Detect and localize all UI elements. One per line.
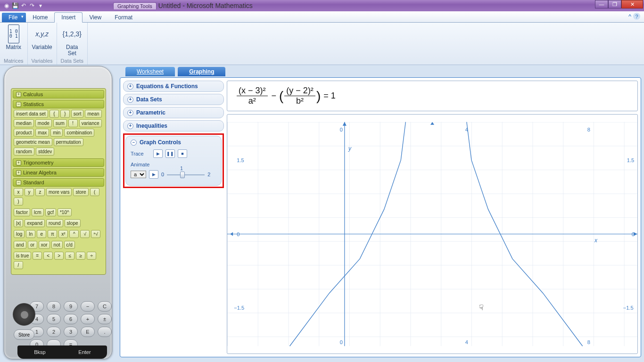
calc-button[interactable]: x [14, 188, 23, 196]
enter-button[interactable]: Enter [62, 346, 107, 359]
acc-inequalities[interactable]: +Inequalities [123, 120, 224, 132]
calc-button[interactable]: z [35, 188, 45, 196]
tab-worksheet[interactable]: Worksheet [125, 67, 175, 76]
calc-button[interactable]: ≥ [76, 252, 85, 260]
direction-pad[interactable] [13, 303, 35, 326]
calc-button[interactable]: lcm [32, 208, 44, 216]
tab-format[interactable]: Format [108, 13, 139, 22]
numpad-button[interactable]: C [98, 301, 112, 312]
calc-button[interactable]: y [25, 188, 34, 196]
tab-home[interactable]: Home [26, 13, 54, 22]
calc-button[interactable]: √ [80, 230, 90, 238]
numpad-button[interactable]: − [81, 301, 95, 312]
numpad-button[interactable]: 6 [64, 314, 78, 324]
animate-play-button[interactable]: ▶ [149, 170, 158, 179]
category-calculus[interactable]: +Calculus [13, 90, 104, 99]
category-trigonometry[interactable]: +Trigonometry [13, 158, 104, 167]
qat-more-icon[interactable]: ▾ [37, 2, 44, 9]
ribbon-collapse-icon[interactable]: ^ [628, 13, 631, 20]
numpad-button[interactable]: 5 [47, 314, 61, 324]
numpad-button[interactable]: E [81, 327, 95, 337]
calc-button[interactable]: factor [14, 208, 30, 216]
calc-button[interactable]: median [14, 119, 34, 127]
acc-equations[interactable]: +Equations & Functions [123, 81, 224, 92]
numpad-button[interactable]: + [81, 314, 95, 324]
calc-button[interactable]: permutation [54, 138, 83, 146]
close-button[interactable]: ✕ [621, 0, 643, 8]
category-linear-algebra[interactable]: +Linear Algebra [13, 168, 104, 177]
numpad-button[interactable]: . [98, 327, 112, 337]
calc-button[interactable]: max [35, 129, 49, 137]
calc-button[interactable]: ^ [69, 230, 79, 238]
animate-slider[interactable]: 1 [167, 172, 205, 177]
numpad-button[interactable]: 2 [47, 327, 61, 337]
contextual-tab-graphing-tools[interactable]: Graphing Tools [113, 2, 157, 9]
animate-variable-select[interactable]: a [131, 171, 146, 178]
calc-button[interactable]: product [14, 129, 34, 137]
calc-button[interactable]: min [50, 129, 63, 137]
graph-canvas[interactable]: 0 4 8 0 4 8 1.5 1.5 0 0 −1.5 −1.5 x y [227, 114, 638, 354]
calc-button[interactable]: store [73, 188, 88, 196]
trace-play-button[interactable]: ▶ [153, 149, 163, 158]
tab-view[interactable]: View [83, 13, 108, 22]
acc-parametric[interactable]: +Parametric [123, 107, 224, 118]
calc-button[interactable]: more vars [46, 188, 72, 196]
calc-button[interactable]: x² [58, 230, 68, 238]
calc-button[interactable]: or [28, 241, 37, 249]
category-statistics[interactable]: −Statistics [13, 100, 104, 108]
calc-button[interactable]: ( [90, 188, 99, 196]
calc-button[interactable]: ln [26, 230, 35, 238]
calc-button[interactable]: |x| [14, 219, 23, 227]
save-icon[interactable]: 💾 [11, 2, 19, 9]
calc-button[interactable]: random [14, 148, 34, 156]
calc-button[interactable]: > [54, 252, 64, 260]
calc-button[interactable]: } [60, 110, 70, 118]
calc-button[interactable]: is true [14, 252, 31, 260]
calc-button[interactable]: π [48, 230, 57, 238]
calc-button[interactable]: ÷ [87, 252, 96, 260]
calc-button[interactable]: < [43, 252, 53, 260]
calc-button[interactable]: gcf [45, 208, 56, 216]
calc-button[interactable]: = [33, 252, 42, 260]
calc-button[interactable]: slope [65, 219, 81, 227]
numpad-button[interactable]: ± [98, 314, 112, 324]
calc-button[interactable]: round [46, 219, 63, 227]
redo-icon[interactable]: ↷ [28, 2, 36, 9]
calc-button[interactable]: xor [39, 241, 50, 249]
variable-button[interactable]: x,y,z Variable [32, 25, 52, 50]
calc-button[interactable]: variance [79, 119, 102, 127]
tab-insert[interactable]: Insert [54, 12, 83, 23]
calc-button[interactable]: *10^ [58, 208, 72, 216]
calc-button[interactable]: sum [53, 119, 67, 127]
calc-button[interactable]: geometric mean [14, 138, 52, 146]
tab-file[interactable]: File [2, 13, 26, 22]
calc-button[interactable]: not [51, 241, 63, 249]
calc-button[interactable]: insert data set [14, 110, 48, 118]
calc-button[interactable]: and [14, 241, 26, 249]
calc-button[interactable]: ⁿ√ [91, 230, 100, 238]
category-standard[interactable]: −Standard [13, 178, 104, 187]
calc-button[interactable]: / [14, 261, 23, 269]
trace-stop-button[interactable]: ■ [178, 149, 187, 158]
calc-button[interactable]: combination [64, 129, 94, 137]
acc-datasets[interactable]: +Data Sets [123, 94, 224, 105]
help-icon[interactable]: ? [633, 13, 640, 20]
numpad-button[interactable]: 8 [47, 301, 61, 312]
calc-button[interactable]: stddev [36, 148, 54, 156]
undo-icon[interactable]: ↶ [20, 2, 27, 9]
calc-button[interactable]: ≤ [65, 252, 74, 260]
numpad-button[interactable]: 9 [64, 301, 78, 312]
calc-button[interactable]: { [50, 110, 59, 118]
calc-button[interactable]: ! [68, 119, 78, 127]
calc-button[interactable]: e [37, 230, 46, 238]
calc-button[interactable]: ) [14, 197, 23, 206]
calc-button[interactable]: c/d [64, 241, 75, 249]
tab-graphing[interactable]: Graphing [178, 67, 225, 76]
backspace-button[interactable]: Bksp [17, 346, 62, 359]
calc-button[interactable]: sort [71, 110, 84, 118]
calc-button[interactable]: mean [85, 110, 101, 118]
dataset-button[interactable]: {1,2,3} Data Set [63, 25, 82, 57]
numpad-button[interactable]: 3 [64, 327, 78, 337]
calc-button[interactable]: expand [25, 219, 45, 227]
trace-pause-button[interactable]: ❚❚ [165, 149, 175, 158]
